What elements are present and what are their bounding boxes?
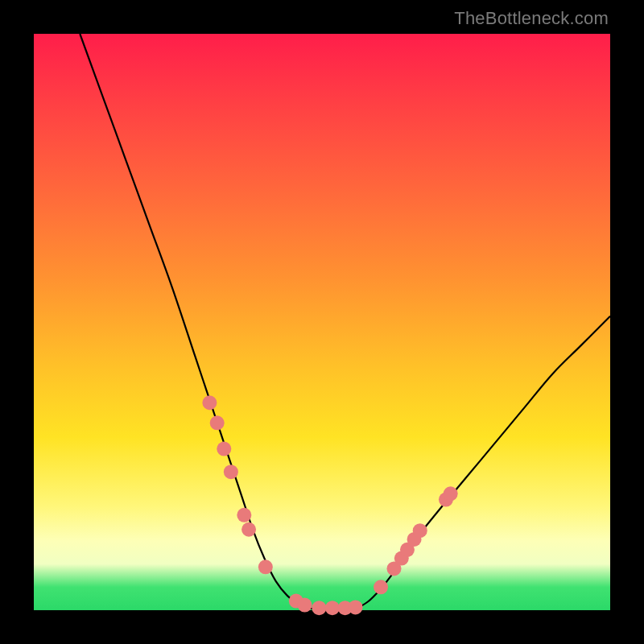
- data-marker: [237, 508, 251, 522]
- data-marker: [444, 486, 458, 501]
- curve-left-branch: [80, 34, 310, 609]
- watermark-text: TheBottleneck.com: [454, 8, 609, 29]
- data-marker: [413, 523, 427, 538]
- data-marker: [224, 464, 238, 479]
- data-marker: [325, 601, 340, 615]
- data-marker: [242, 522, 256, 537]
- data-marker: [202, 395, 217, 410]
- data-marker: [349, 600, 363, 614]
- data-marker: [217, 442, 231, 456]
- chart-container: TheBottleneck.com: [0, 0, 644, 644]
- marker-group: [202, 395, 457, 615]
- plot-area: [34, 34, 610, 610]
- data-marker: [312, 601, 326, 615]
- curve-svg: [34, 34, 610, 610]
- data-marker: [374, 580, 388, 594]
- data-marker: [258, 559, 273, 574]
- data-marker: [298, 598, 312, 613]
- data-marker: [210, 415, 225, 430]
